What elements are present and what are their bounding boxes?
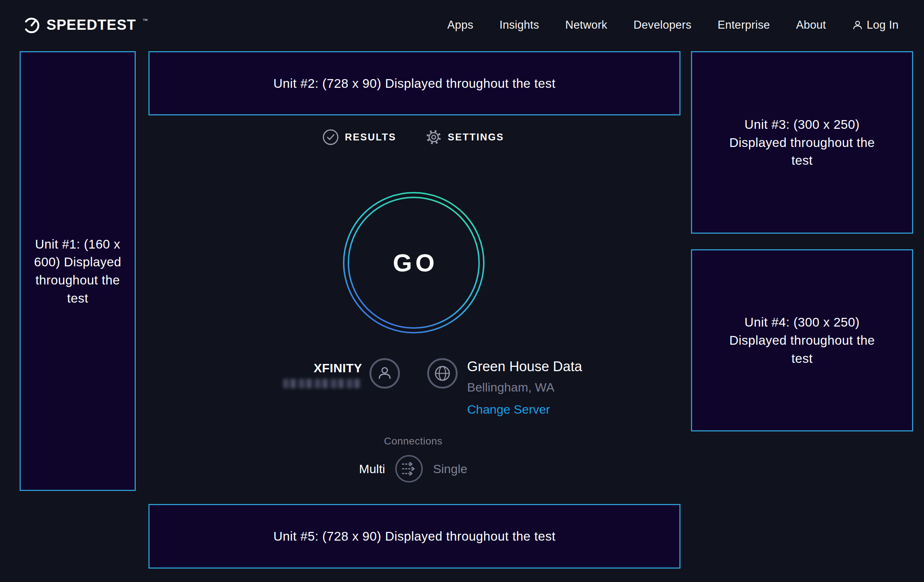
person-icon — [852, 20, 863, 30]
change-server-link[interactable]: Change Server — [467, 402, 582, 417]
nav-item-insights[interactable]: Insights — [499, 18, 539, 31]
tab-settings[interactable]: SETTINGS — [425, 129, 504, 145]
ad-unit-5-text: Unit #5: (728 x 90) Displayed throughout… — [273, 527, 555, 545]
server-location: Bellingham, WA — [467, 380, 582, 394]
nav-menu: Apps Insights Network Developers Enterpr… — [447, 18, 899, 31]
tab-results-label: RESULTS — [345, 132, 396, 143]
nav-item-developers[interactable]: Developers — [633, 18, 691, 31]
speedometer-logo-icon — [23, 16, 41, 34]
ad-unit-4-text: Unit #4: (300 x 250) Displayed throughou… — [724, 313, 880, 367]
isp-avatar — [370, 358, 400, 389]
login-label: Log In — [867, 18, 899, 31]
ad-unit-4-rectangle[interactable]: Unit #4: (300 x 250) Displayed throughou… — [691, 249, 913, 432]
ad-unit-3-text: Unit #3: (300 x 250) Displayed throughou… — [724, 115, 880, 170]
nav-item-about[interactable]: About — [796, 18, 826, 31]
server-globe-badge — [427, 358, 458, 389]
globe-icon — [434, 365, 451, 382]
gear-icon — [425, 129, 442, 145]
connections-label: Connections — [384, 435, 442, 447]
ad-unit-5-leaderboard[interactable]: Unit #5: (728 x 90) Displayed throughout… — [148, 504, 680, 569]
nav-item-apps[interactable]: Apps — [447, 18, 473, 31]
nav-item-network[interactable]: Network — [566, 18, 607, 31]
connection-mode-toggle[interactable] — [395, 455, 423, 483]
ad-unit-1-text: Unit #1: (160 x 600) Displayed throughou… — [33, 235, 122, 307]
brand-trademark: ™ — [143, 17, 148, 23]
tab-results[interactable]: RESULTS — [322, 129, 396, 145]
ad-unit-1-skyscraper[interactable]: Unit #1: (160 x 600) Displayed throughou… — [20, 51, 136, 491]
nav-item-enterprise[interactable]: Enterprise — [718, 18, 770, 31]
results-settings-tabs: RESULTS SETTINGS — [135, 129, 691, 145]
ad-unit-2-text: Unit #2: (728 x 90) Displayed throughout… — [273, 74, 555, 92]
isp-ip-redacted — [283, 379, 362, 388]
go-button[interactable]: GO — [343, 191, 485, 334]
multi-connection-arrows-icon — [400, 460, 418, 478]
check-circle-icon — [322, 129, 339, 145]
isp-name: XFINITY — [283, 361, 362, 375]
go-button-label: GO — [343, 191, 485, 334]
ad-unit-3-rectangle[interactable]: Unit #3: (300 x 250) Displayed throughou… — [691, 51, 913, 234]
speedtest-logo[interactable]: SPEEDTEST ™ — [23, 16, 147, 34]
brand-name: SPEEDTEST — [46, 17, 136, 33]
isp-info: XFINITY — [283, 358, 400, 389]
server-info: Green House Data Bellingham, WA Change S… — [427, 358, 582, 417]
server-name: Green House Data — [467, 359, 582, 374]
connection-mode-single[interactable]: Single — [433, 462, 467, 476]
ad-unit-2-leaderboard[interactable]: Unit #2: (728 x 90) Displayed throughout… — [148, 51, 680, 115]
top-nav: SPEEDTEST ™ Apps Insights Network Develo… — [0, 0, 924, 50]
connection-mode-multi[interactable]: Multi — [359, 462, 385, 476]
login-button[interactable]: Log In — [852, 18, 899, 31]
tab-settings-label: SETTINGS — [448, 132, 504, 143]
connections-section: Connections Multi Single — [135, 435, 691, 483]
person-icon — [377, 366, 392, 381]
